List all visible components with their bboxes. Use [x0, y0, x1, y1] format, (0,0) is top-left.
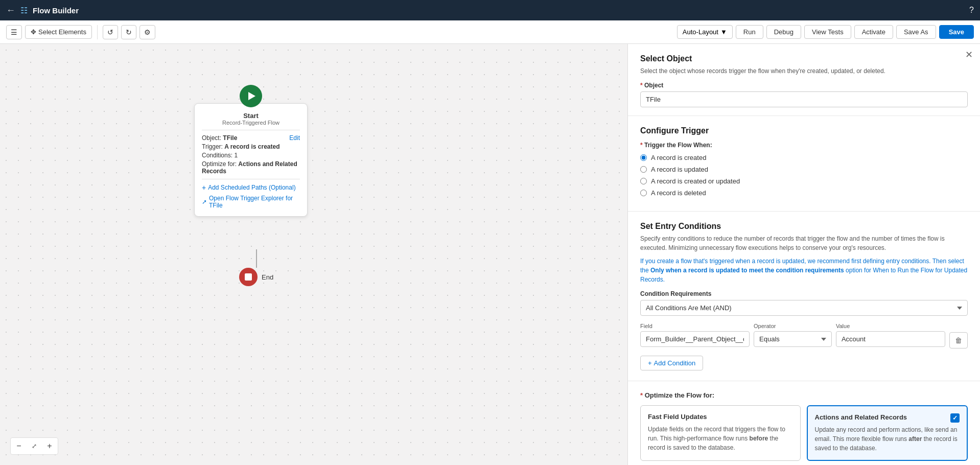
entry-conditions-title: Set Entry Conditions	[640, 222, 968, 231]
flow-card-title: Start	[202, 112, 300, 120]
canvas-grid	[0, 44, 627, 465]
panel-close-button[interactable]: ✕	[965, 49, 973, 60]
field-col-label: Field	[640, 323, 750, 329]
toggle-panel-button[interactable]: ☰	[6, 25, 22, 39]
select-object-desc: Select the object whose records trigger …	[640, 66, 968, 76]
run-button[interactable]: Run	[736, 25, 763, 39]
zoom-out-button[interactable]: −	[12, 439, 26, 453]
entry-info-italic: If you create a flow that's triggered wh…	[640, 257, 968, 284]
redo-button[interactable]: ↻	[121, 25, 136, 39]
flow-conditions-row: Conditions: 1	[202, 152, 300, 159]
flow-connector	[256, 249, 257, 268]
entry-info-text: Specify entry conditions to reduce the n…	[640, 234, 968, 252]
add-paths-link[interactable]: + Add Scheduled Paths (Optional)	[202, 183, 300, 192]
optimize-card-actions[interactable]: Actions and Related Records ✓ Update any…	[807, 405, 968, 461]
optimize-card-fast[interactable]: Fast Field Updates Update fields on the …	[640, 405, 801, 461]
back-button[interactable]: ←	[6, 5, 15, 16]
condition-value-input[interactable]	[836, 331, 945, 347]
value-col-label: Value	[836, 323, 945, 329]
condition-operator-select[interactable]: Equals	[754, 331, 832, 347]
trigger-when-label: * Trigger the Flow When:	[640, 142, 968, 149]
save-as-button[interactable]: Save As	[896, 25, 936, 39]
select-elements-icon: ✥	[31, 28, 36, 36]
zoom-fit-button[interactable]: ⤢	[27, 439, 41, 453]
debug-button[interactable]: Debug	[766, 25, 801, 39]
flow-optimize-row: Optimize for: Actions and Related Record…	[202, 160, 300, 175]
open-explorer-link[interactable]: ➚ Open Flow Trigger Explorer for TFile	[202, 195, 300, 209]
flow-card-subtitle: Record-Triggered Flow	[202, 120, 300, 126]
right-panel: ✕ Select Object Select the object whose …	[627, 44, 980, 465]
flow-end-label: End	[262, 273, 273, 281]
flow-trigger-row: Trigger: A record is created	[202, 143, 300, 150]
zoom-in-button[interactable]: +	[42, 439, 57, 453]
trigger-option-3[interactable]: A record is deleted	[640, 189, 968, 197]
flow-object-row: Edit Object: TFile	[202, 134, 300, 142]
object-input[interactable]	[640, 91, 968, 107]
condition-field-col: Field	[640, 323, 750, 347]
select-elements-button[interactable]: ✥ Select Elements	[25, 25, 92, 39]
configure-trigger-title: Configure Trigger	[640, 126, 968, 135]
plus-icon: +	[202, 183, 206, 192]
flow-edit-link[interactable]: Edit	[289, 134, 300, 142]
flow-start-card: Start Record-Triggered Flow Edit Object:…	[194, 103, 308, 217]
toolbar: ☰ ✥ Select Elements ↺ ↻ ⚙ Auto-Layout ▼ …	[0, 20, 980, 44]
undo-button[interactable]: ↺	[103, 25, 118, 39]
flow-end-node: End	[239, 268, 273, 286]
entry-conditions-section: Set Entry Conditions Specify entry condi…	[628, 212, 980, 381]
object-field-label: * Object	[640, 82, 968, 89]
condition-operator-col: Operator Equals	[754, 323, 832, 347]
flow-connector-area: End	[239, 249, 273, 286]
settings-button[interactable]: ⚙	[139, 25, 155, 39]
add-condition-button[interactable]: + Add Condition	[640, 356, 703, 370]
trigger-radio-group: A record is created A record is updated …	[640, 154, 968, 197]
optimize-card-fast-desc: Update fields on the record that trigger…	[648, 425, 793, 452]
flow-stop-button[interactable]	[239, 268, 258, 286]
condition-field-input[interactable]	[640, 331, 750, 347]
flow-icon: ☷	[20, 6, 28, 15]
optimize-card-check: ✓	[950, 413, 960, 423]
condition-value-col: Value	[836, 323, 945, 347]
external-link-icon: ➚	[202, 198, 207, 205]
trigger-option-0[interactable]: A record is created	[640, 154, 968, 161]
optimize-cards: Fast Field Updates Update fields on the …	[640, 405, 968, 461]
flow-start-button[interactable]	[240, 85, 262, 107]
view-tests-button[interactable]: View Tests	[804, 25, 851, 39]
select-object-title: Select Object	[640, 54, 968, 63]
optimize-card-fast-title: Fast Field Updates	[648, 413, 793, 421]
main-layout: Start Record-Triggered Flow Edit Object:…	[0, 44, 980, 465]
trigger-option-2[interactable]: A record is created or updated	[640, 177, 968, 185]
select-object-section: Select Object Select the object whose re…	[628, 44, 980, 116]
activate-button[interactable]: Activate	[854, 25, 893, 39]
plus-icon: +	[648, 359, 652, 367]
optimize-card-actions-desc: Update any record and perform actions, l…	[815, 425, 960, 453]
top-bar: ← ☷ Flow Builder ?	[0, 0, 980, 20]
chevron-down-icon: ▼	[720, 28, 727, 36]
condition-row-0: Field Operator Equals Value 🗑	[640, 323, 968, 348]
operator-col-label: Operator	[754, 323, 832, 329]
auto-layout-button[interactable]: Auto-Layout ▼	[677, 25, 733, 39]
app-title: Flow Builder	[33, 6, 79, 15]
zoom-controls: − ⤢ +	[10, 437, 58, 455]
trigger-option-1[interactable]: A record is updated	[640, 166, 968, 173]
help-button[interactable]: ?	[969, 6, 974, 15]
flow-start-node[interactable]: Start Record-Triggered Flow Edit Object:…	[194, 85, 308, 217]
optimize-title: * Optimize the Flow for:	[640, 391, 968, 399]
optimize-section: * Optimize the Flow for: Fast Field Upda…	[628, 381, 980, 465]
toolbar-right: Auto-Layout ▼ Run Debug View Tests Activ…	[677, 25, 974, 39]
optimize-card-actions-title: Actions and Related Records	[815, 413, 907, 421]
configure-trigger-section: Configure Trigger * Trigger the Flow Whe…	[628, 116, 980, 212]
save-button[interactable]: Save	[939, 25, 974, 39]
condition-delete-button[interactable]: 🗑	[949, 332, 968, 348]
condition-req-label: Condition Requirements	[640, 290, 968, 297]
canvas[interactable]: Start Record-Triggered Flow Edit Object:…	[0, 44, 627, 465]
condition-requirements-select[interactable]: All Conditions Are Met (AND)	[640, 300, 968, 316]
separator-1	[97, 25, 98, 39]
